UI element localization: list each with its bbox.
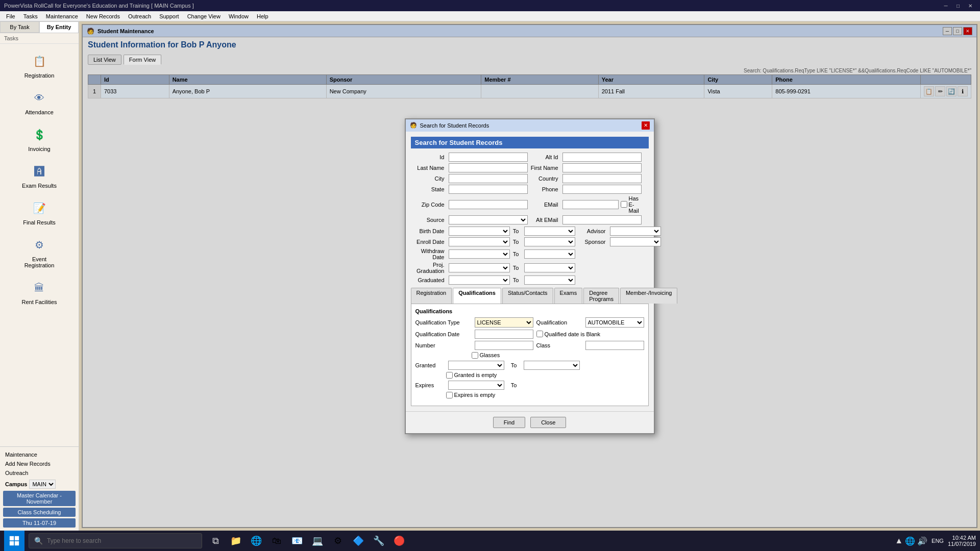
withdraw-date-from[interactable] (449, 249, 510, 259)
first-name-input[interactable] (562, 163, 642, 172)
graduated-to[interactable] (524, 276, 575, 285)
tab-exams[interactable]: Exams (554, 288, 583, 304)
modal-close-btn[interactable]: ✕ (642, 121, 650, 130)
menu-support[interactable]: Support (155, 12, 183, 20)
birth-date-to-label: To (512, 228, 522, 234)
qualification-select[interactable]: AUTOMOBILE (585, 317, 644, 328)
granted-from-select[interactable] (448, 361, 504, 370)
graduated-from[interactable] (449, 276, 510, 285)
menu-outreach[interactable]: Outreach (124, 12, 155, 20)
class-input[interactable] (585, 341, 644, 350)
expires-from-select[interactable] (448, 381, 504, 390)
phone-label: Phone (530, 186, 560, 192)
taskbar-icon-task-view[interactable]: ⧉ (206, 532, 225, 550)
menu-file[interactable]: File (2, 12, 19, 20)
qual-type-select[interactable]: LICENSE (475, 317, 533, 328)
taskbar-icon-file-explorer[interactable]: 📁 (227, 532, 245, 550)
taskbar-icon-app2[interactable]: ⚙ (329, 532, 347, 550)
tab-degree-programs[interactable]: Degree Programs (583, 288, 619, 304)
glasses-checkbox[interactable] (472, 352, 478, 359)
withdraw-date-to[interactable] (524, 249, 575, 259)
menu-change-view[interactable]: Change View (183, 12, 225, 20)
has-email-checkbox[interactable] (621, 201, 627, 208)
phone-input[interactable] (562, 185, 642, 194)
maximize-btn[interactable]: □ (952, 1, 964, 10)
id-input[interactable] (449, 153, 528, 162)
menu-maintenance[interactable]: Maintenance (42, 12, 82, 20)
taskbar-icon-store[interactable]: 🛍 (267, 532, 286, 550)
svg-rect-3 (15, 541, 19, 545)
campus-select[interactable]: MAIN (29, 480, 56, 489)
last-name-input[interactable] (449, 163, 528, 172)
close-button[interactable]: Close (530, 417, 566, 428)
taskbar-icon-mail[interactable]: 📧 (288, 532, 306, 550)
number-input[interactable] (475, 341, 533, 350)
menu-help[interactable]: Help (253, 12, 273, 20)
alt-email-input[interactable] (562, 215, 642, 224)
start-button[interactable] (4, 531, 24, 551)
sidebar-item-rent-facilities[interactable]: Rent Facilities (11, 274, 67, 308)
tray-up-arrow[interactable]: ▲ (895, 536, 903, 545)
taskbar-icon-app1[interactable]: 💻 (308, 532, 327, 550)
sponsor-select[interactable] (610, 237, 661, 246)
taskbar-search-input[interactable] (47, 537, 197, 544)
enroll-date-from[interactable] (449, 237, 510, 246)
email-input[interactable] (562, 200, 619, 209)
sidebar-item-invoicing[interactable]: Invoicing (11, 121, 67, 155)
withdraw-date-to-label: To (512, 251, 522, 257)
taskbar-icon-app5[interactable]: 🔴 (390, 532, 408, 550)
minimize-btn[interactable]: ─ (940, 1, 951, 10)
advisor-select[interactable] (610, 227, 661, 236)
zip-code-input[interactable] (449, 200, 528, 209)
expires-empty-checkbox[interactable] (446, 392, 453, 398)
country-label: Country (530, 176, 560, 182)
birth-date-from[interactable] (449, 227, 510, 236)
tab-registration[interactable]: Registration (411, 288, 452, 304)
outreach-item[interactable]: Outreach (3, 468, 76, 478)
master-calendar-button[interactable]: Master Calendar - November (3, 491, 76, 506)
id-label: Id (411, 154, 447, 160)
sidebar-tab-by-task[interactable]: By Task (0, 21, 39, 33)
student-maintenance-window: 🧑 Student Maintenance ─ □ ✕ Student Info… (82, 24, 977, 528)
menu-tasks[interactable]: Tasks (19, 12, 42, 20)
city-input[interactable] (449, 174, 528, 183)
maintenance-item[interactable]: Maintenance (3, 450, 76, 459)
qualified-date-blank-checkbox[interactable] (536, 331, 543, 337)
email-label: EMail (530, 202, 560, 208)
proj-graduation-to[interactable] (524, 263, 575, 272)
class-scheduling-button[interactable]: Class Scheduling (3, 508, 76, 517)
close-app-btn[interactable]: ✕ (965, 1, 976, 10)
granted-empty-checkbox[interactable] (446, 372, 453, 379)
country-input[interactable] (562, 174, 642, 183)
proj-graduation-from[interactable] (449, 263, 510, 272)
enroll-date-to[interactable] (524, 237, 575, 246)
taskbar-search-box[interactable]: 🔍 (29, 533, 202, 548)
sidebar-item-final-results[interactable]: Final Results (11, 195, 67, 229)
alt-id-input[interactable] (562, 153, 642, 162)
source-select[interactable] (449, 215, 528, 224)
sidebar-item-exam-results[interactable]: Exam Results (11, 158, 67, 192)
taskbar-icon-app4[interactable]: 🔧 (370, 532, 388, 550)
taskbar-icon-edge[interactable]: 🌐 (247, 532, 265, 550)
find-button[interactable]: Find (493, 417, 525, 428)
date-button[interactable]: Thu 11-07-19 (3, 518, 76, 528)
tab-member-invoicing[interactable]: Member-/Invoicing (620, 288, 677, 304)
add-new-records-item[interactable]: Add New Records (3, 459, 76, 468)
birth-date-to[interactable] (524, 227, 575, 236)
sidebar-item-attendance[interactable]: Attendance (11, 85, 67, 118)
qual-date-input[interactable] (475, 330, 533, 339)
proj-graduation-label: Proj. Graduation (411, 262, 447, 274)
sidebar: By Task By Entity Tasks Registration Att… (0, 21, 79, 531)
tab-qualifications[interactable]: Qualifications (453, 288, 501, 304)
granted-to-select[interactable] (524, 361, 580, 370)
tray-speaker-icon[interactable]: 🔊 (917, 536, 927, 546)
taskbar-icon-app3[interactable]: 🔷 (349, 532, 368, 550)
state-input[interactable] (449, 185, 528, 194)
sidebar-item-registration[interactable]: Registration (11, 48, 67, 82)
tray-network-icon[interactable]: 🌐 (905, 536, 915, 546)
sidebar-item-event-registration[interactable]: EventRegistration (11, 232, 67, 271)
tab-status-contacts[interactable]: Status/Contacts (502, 288, 553, 304)
menu-new-records[interactable]: New Records (82, 12, 124, 20)
menu-window[interactable]: Window (225, 12, 253, 20)
sidebar-tab-by-entity[interactable]: By Entity (39, 21, 79, 33)
